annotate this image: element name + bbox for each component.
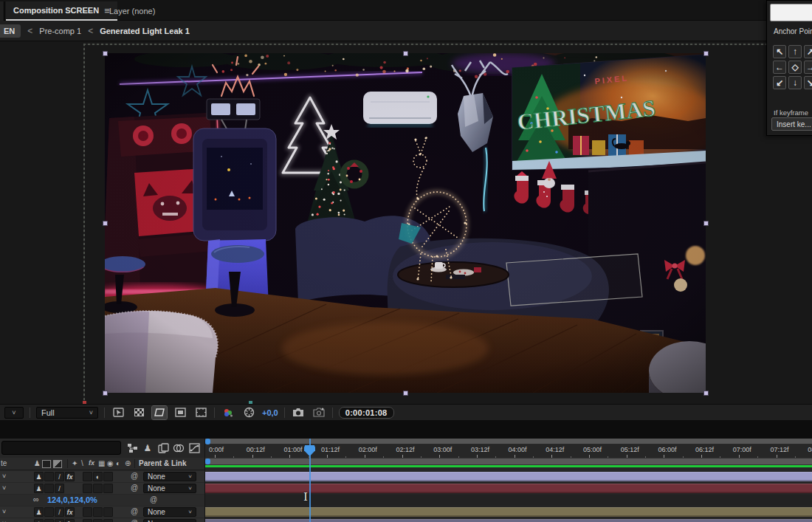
anchor-left-button[interactable]: ← [773,61,786,74]
viewer-toolbar: ˅ Full ˅ +0,0 [0,404,812,420]
parent-dropdown[interactable]: None ˅ [143,484,196,493]
frame-blend-icon[interactable] [156,442,170,454]
fx-toggle[interactable]: fx [65,472,75,481]
selection-handle-top-center[interactable] [403,51,408,56]
work-area-bar[interactable] [205,458,812,465]
collapse-toggle[interactable] [44,519,54,522]
three-d-toggle[interactable] [103,484,113,493]
breadcrumb-item-precomp[interactable]: Pre-comp 1 [39,27,81,35]
exposure-icon[interactable] [241,406,256,419]
selection-handle-top-right[interactable] [703,51,709,56]
parent-dropdown[interactable]: None ˅ [143,507,196,517]
time-navigator-bar[interactable] [205,439,812,444]
twirl-icon[interactable]: ˅ [2,484,6,492]
anchor-center-button[interactable]: ◇ [788,61,802,74]
quality-toggle[interactable]: / [55,472,64,481]
frame-blend-toggle[interactable] [83,472,92,481]
search-input[interactable] [1,441,121,455]
exposure-value[interactable]: +0,0 [262,408,278,417]
shy-toggle[interactable]: ♟ [34,507,44,517]
motion-blur-toggle[interactable]: ◐ [93,472,103,481]
collapse-toggle[interactable] [44,484,54,493]
motion-blur-toggle[interactable]: ◐ [93,519,103,522]
time-ruler[interactable]: 0:00f00:12f01:00f01:12f02:00f02:12f03:00… [205,444,812,458]
tab-composition[interactable]: Composition SCREEN ≡ [6,1,117,21]
selection-handle-bottom-left[interactable] [103,391,108,396]
show-snapshot-icon[interactable] [312,406,326,419]
anchor-right-button[interactable]: → [804,61,812,74]
graph-editor-icon[interactable] [187,442,201,454]
selection-handle-bottom-center[interactable] [403,391,408,396]
tab-layer[interactable]: Layer (none) [102,1,162,21]
breadcrumb-item-screen[interactable]: EN [0,24,21,38]
parent-dropdown[interactable]: None ˅ [143,519,196,522]
mini-flowchart-icon[interactable] [125,442,139,454]
anchor-down-button[interactable]: ↓ [788,76,802,89]
pick-whip-icon[interactable]: @ [131,472,138,480]
fx-toggle[interactable]: fx [65,507,75,517]
anchor-up-button[interactable]: ↑ [788,45,802,58]
twirl-icon[interactable]: ˅ [2,508,6,515]
transparency-grid-icon[interactable] [131,406,146,419]
link-icon[interactable]: ∞ [33,495,39,504]
magnification-dropdown[interactable]: ˅ [4,407,24,419]
layer-row: ˅ ♟ / @ None ˅ [0,483,204,494]
twirl-icon[interactable]: ˅ [2,473,6,480]
three-d-toggle[interactable] [103,507,113,517]
work-area-start-handle[interactable] [205,459,210,464]
layer-duration-bar[interactable] [205,507,812,517]
timeline-column-header: te ♟ ✦ \ fx ▦ ◉ ◐ ⊕ Parent & Link [0,458,204,470]
layer-duration-bar[interactable] [205,484,812,493]
toolbar-separator [104,408,105,418]
region-of-interest-icon[interactable] [173,406,187,419]
shy-toggle[interactable]: ♟ [34,519,44,522]
layer-duration-bar[interactable] [205,519,812,522]
selection-handle-mid-left[interactable] [103,221,108,226]
mouse-cursor-ibeam: I [303,490,308,504]
scale-value[interactable]: 124,0,124,0% [47,495,97,504]
motion-blur-toggle[interactable] [93,507,103,517]
motion-blur-icon[interactable] [172,442,185,454]
three-d-toggle[interactable] [103,519,113,522]
panel-border-dashed-top [83,44,812,45]
frame-blend-toggle[interactable] [83,507,92,517]
selection-handle-mid-right[interactable] [703,221,709,226]
grid-guides-icon[interactable] [193,406,208,419]
fx-toggle[interactable]: fx [65,519,75,522]
pick-whip-icon[interactable]: @ [131,484,138,492]
quality-toggle[interactable]: / [55,484,64,493]
timecode-display[interactable]: 0:00:01:08 [339,407,394,419]
insert-keyframe-button[interactable]: Insert ke... [771,117,812,131]
anchor-down-right-button[interactable]: ↘ [804,76,812,89]
collapse-toggle[interactable] [44,507,54,517]
parent-dropdown[interactable]: None ˅ [143,472,196,481]
show-channel-icon[interactable] [221,406,235,419]
snapshot-camera-icon[interactable] [291,406,306,419]
anchor-down-left-button[interactable]: ↙ [773,76,786,89]
mask-visibility-icon[interactable] [152,406,167,419]
anchor-up-left-button[interactable]: ↖ [773,45,786,58]
quality-toggle[interactable]: / [55,519,64,522]
selection-handle-bottom-right[interactable] [703,391,709,396]
quality-toggle[interactable]: / [55,507,64,517]
three-d-toggle[interactable] [103,472,113,481]
shy-toggle[interactable]: ♟ [34,472,44,481]
frame-blend-toggle[interactable] [83,484,92,493]
layer-duration-bar[interactable] [205,472,812,481]
motion-blur-toggle[interactable] [93,484,103,493]
pick-whip-icon[interactable]: @ [131,519,138,522]
shy-toggle[interactable]: ♟ [34,484,44,493]
resolution-dropdown[interactable]: Full ˅ [36,407,98,419]
collapse-toggle[interactable] [44,472,54,481]
property-row: ∞ 124,0,124,0% @ [0,495,204,506]
pick-whip-icon[interactable]: @ [150,495,157,504]
frame-blend-toggle[interactable] [83,519,92,522]
shy-layers-icon[interactable]: ♟ [141,442,154,454]
navigator-start-handle[interactable] [205,439,210,444]
script-text-input[interactable] [770,4,812,21]
always-preview-icon[interactable] [111,406,125,419]
pick-whip-icon[interactable]: @ [131,507,138,515]
toolbar-separator [214,408,215,418]
selection-handle-top-left[interactable] [103,51,108,56]
anchor-up-right-button[interactable]: ↗ [804,45,812,58]
